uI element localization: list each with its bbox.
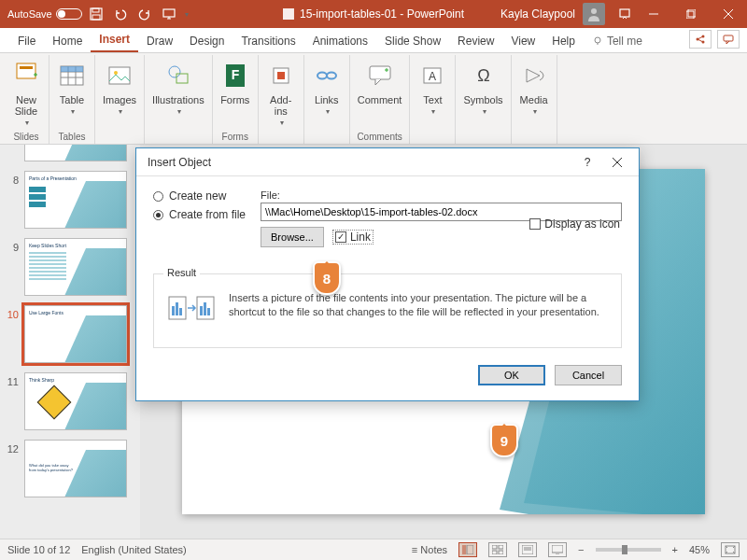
language-status[interactable]: English (United States) [81, 544, 187, 555]
table-button[interactable]: Table▾ [55, 57, 89, 118]
ribbon-tabs: File Home Insert Draw Design Transitions… [0, 28, 747, 53]
media-button[interactable]: Media▾ [517, 57, 551, 118]
svg-rect-55 [172, 306, 175, 315]
minimize-button[interactable] [635, 0, 672, 28]
restore-button[interactable] [672, 0, 710, 28]
slide-thumbnail[interactable] [24, 145, 127, 161]
result-description: Inserts a picture of the file contents i… [229, 291, 608, 319]
symbols-button[interactable]: ΩSymbols▾ [461, 57, 504, 118]
checkbox-icon [529, 218, 541, 230]
svg-text:A: A [429, 70, 436, 83]
tab-help[interactable]: Help [543, 30, 584, 52]
tab-review[interactable]: Review [449, 30, 502, 52]
ribbon-options-icon[interactable] [614, 4, 635, 24]
svg-rect-33 [277, 72, 285, 79]
links-button[interactable]: Links▾ [310, 57, 344, 118]
slide-thumbnail[interactable]: What did you take awayfrom today's prese… [24, 440, 127, 497]
svg-rect-41 [467, 545, 473, 554]
user-name[interactable]: Kayla Claypool [500, 7, 575, 21]
svg-point-12 [595, 37, 600, 43]
svg-rect-19 [20, 66, 33, 69]
tell-me-search[interactable]: Tell me [584, 30, 651, 52]
tab-draw[interactable]: Draw [138, 30, 181, 52]
notes-button[interactable]: ≡ Notes [412, 544, 447, 555]
slideshow-icon[interactable] [159, 4, 179, 24]
svg-rect-36 [370, 66, 390, 79]
svg-rect-18 [17, 63, 35, 78]
file-label: File: [261, 189, 622, 201]
tab-transitions[interactable]: Transitions [233, 30, 303, 52]
zoom-in-button[interactable]: + [672, 544, 678, 555]
tab-insert[interactable]: Insert [91, 28, 138, 52]
create-from-file-radio[interactable]: Create from file [153, 208, 246, 221]
autosave-label: AutoSave [7, 8, 52, 20]
comment-icon [365, 59, 395, 92]
create-new-radio[interactable]: Create new [153, 189, 246, 203]
tab-animations[interactable]: Animations [304, 30, 376, 52]
svg-rect-59 [200, 306, 203, 315]
dialog-close-button[interactable] [603, 151, 631, 174]
tab-design[interactable]: Design [181, 30, 233, 52]
normal-view-icon[interactable] [458, 542, 477, 557]
svg-rect-29 [176, 74, 188, 83]
text-button[interactable]: AText▾ [416, 57, 449, 118]
fit-window-icon[interactable] [721, 542, 740, 557]
undo-icon[interactable] [110, 4, 131, 24]
svg-rect-40 [462, 545, 466, 554]
images-button[interactable]: Images▾ [101, 57, 138, 118]
comments-button[interactable] [717, 30, 740, 49]
sorter-view-icon[interactable] [488, 542, 507, 557]
dialog-title: Insert Object [148, 156, 211, 169]
user-avatar-icon[interactable] [583, 3, 605, 25]
forms-button[interactable]: FForms [218, 57, 252, 107]
cancel-button[interactable]: Cancel [555, 365, 622, 385]
tab-slideshow[interactable]: Slide Show [376, 30, 449, 52]
dialog-help-button[interactable]: ? [573, 151, 601, 174]
reading-view-icon[interactable] [518, 542, 537, 557]
share-button[interactable] [689, 30, 712, 49]
tab-file[interactable]: File [9, 30, 44, 52]
svg-rect-2 [92, 15, 100, 20]
slide-thumbnail[interactable]: Parts of a Presentation [24, 171, 127, 229]
link-checkbox[interactable]: Link [333, 231, 373, 244]
illustrations-button[interactable]: Illustrations▾ [150, 57, 206, 118]
ok-button[interactable]: OK [478, 365, 545, 385]
symbol-icon: Ω [469, 59, 499, 92]
svg-rect-44 [492, 551, 497, 554]
new-slide-button[interactable]: New Slide▾ [9, 57, 43, 129]
insert-object-dialog: Insert Object ? Display as icon Create n… [135, 147, 640, 401]
radio-icon [153, 191, 163, 202]
zoom-out-button[interactable]: − [578, 544, 584, 555]
tab-view[interactable]: View [502, 30, 543, 52]
svg-rect-3 [163, 9, 175, 17]
close-button[interactable] [710, 0, 747, 28]
svg-rect-17 [724, 35, 733, 41]
zoom-level[interactable]: 45% [689, 544, 710, 555]
tab-home[interactable]: Home [44, 30, 91, 52]
table-icon [57, 59, 87, 92]
slide-thumbnail-selected[interactable]: Use Large Fonts [24, 305, 127, 363]
powerpoint-icon [283, 8, 294, 20]
zoom-slider[interactable] [596, 548, 661, 552]
slide-thumbnail[interactable]: Keep Slides Short [24, 238, 127, 296]
svg-point-15 [702, 35, 705, 38]
slide-counter[interactable]: Slide 10 of 12 [7, 544, 70, 555]
svg-rect-42 [492, 545, 497, 549]
svg-rect-43 [499, 545, 503, 549]
qat-dropdown-icon[interactable]: ▾ [185, 10, 189, 19]
comment-button[interactable]: Comment [356, 57, 404, 107]
redo-icon[interactable] [134, 4, 155, 24]
svg-rect-60 [204, 302, 206, 315]
svg-rect-56 [176, 302, 178, 315]
display-as-icon-checkbox[interactable]: Display as icon [529, 217, 620, 231]
autosave-toggle[interactable]: AutoSave [7, 8, 82, 20]
lightbulb-icon [592, 35, 603, 47]
slideshow-view-icon[interactable] [548, 542, 567, 557]
svg-point-35 [327, 73, 336, 79]
slide-thumbnail[interactable]: Think Sharp [24, 372, 127, 430]
svg-text:Ω: Ω [477, 66, 489, 85]
save-icon[interactable] [86, 4, 106, 24]
addins-button[interactable]: Add- ins▾ [264, 57, 298, 129]
result-icon [167, 291, 216, 327]
browse-button[interactable]: Browse... [261, 227, 324, 247]
